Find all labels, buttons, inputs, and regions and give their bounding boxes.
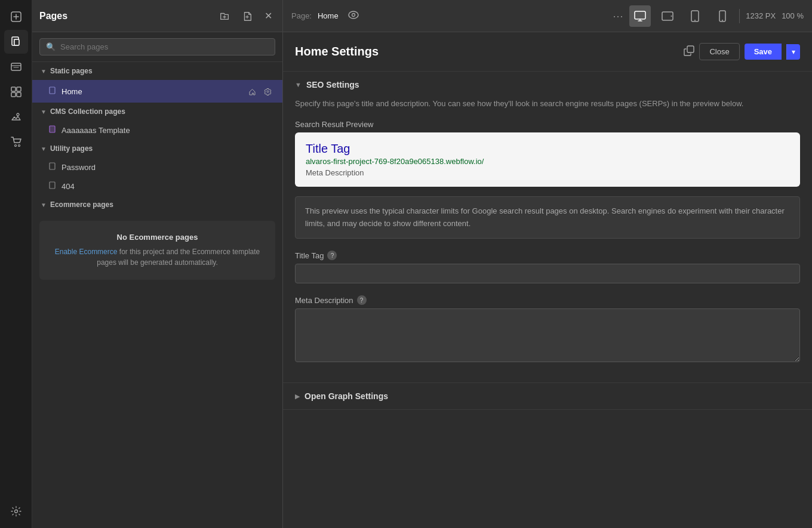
device-tablet-portrait-button[interactable]	[684, 5, 706, 27]
search-input[interactable]	[60, 42, 269, 51]
page-file-icon-4	[49, 181, 57, 191]
preview-url: alvaros-first-project-769-8f20a9e065138.…	[306, 157, 789, 166]
settings-header-icons: Close Save ▾	[684, 43, 800, 60]
no-ecommerce-desc-text: for this project and the Ecommerce templ…	[97, 248, 260, 267]
svg-point-11	[14, 510, 17, 513]
svg-rect-16	[50, 182, 55, 189]
svg-rect-12	[50, 87, 55, 94]
section-utility-label: Utility pages	[50, 144, 93, 153]
sidebar-item-assets[interactable]	[4, 105, 28, 129]
sidebar-item-add[interactable]	[4, 5, 28, 29]
section-static-label: Static pages	[50, 67, 93, 75]
svg-point-9	[14, 145, 16, 147]
search-result-preview-label: Search Result Preview	[295, 120, 800, 129]
page-item-404[interactable]: 404	[32, 177, 282, 196]
settings-title: Home Settings	[295, 45, 676, 58]
search-icon: 🔍	[46, 42, 56, 51]
save-arrow-button[interactable]: ▾	[786, 44, 800, 60]
page-file-icon-3	[49, 162, 57, 172]
section-ecommerce-pages[interactable]: ▼ Ecommerce pages	[32, 196, 282, 214]
close-settings-button[interactable]: Close	[699, 43, 739, 60]
page-name-password: Password	[61, 163, 274, 172]
close-icon: ✕	[264, 10, 272, 21]
more-options-icon[interactable]: ⋯	[613, 10, 623, 23]
icon-bar	[0, 0, 32, 528]
sidebar-item-cms[interactable]	[4, 55, 28, 79]
top-bar-separator	[739, 9, 740, 23]
page-file-icon	[49, 87, 57, 96]
main-content: Page: Home ⋯ 1232 PX 100 % Home Settings	[283, 0, 812, 528]
svg-rect-5	[17, 87, 21, 91]
no-ecommerce-desc: Enable Ecommerce for this project and th…	[49, 246, 266, 268]
page-item-home[interactable]: Home	[32, 80, 282, 103]
page-home-actions	[245, 85, 274, 98]
svg-point-10	[18, 145, 20, 147]
section-static-pages[interactable]: ▼ Static pages	[32, 62, 282, 80]
close-pages-button[interactable]: ✕	[261, 9, 275, 23]
enable-ecommerce-link[interactable]: Enable Ecommerce	[55, 248, 118, 256]
chevron-down-icon-3: ▼	[41, 146, 47, 152]
svg-rect-3	[11, 63, 21, 70]
page-name-404: 404	[61, 182, 274, 191]
pages-panel: Pages ✕ 🔍 ▼ Static pages Home	[32, 0, 283, 528]
meta-desc-help-icon[interactable]: ?	[357, 295, 367, 305]
svg-rect-7	[17, 92, 21, 97]
zoom-pct: 100 %	[782, 11, 804, 20]
sidebar-item-pages[interactable]	[4, 30, 28, 54]
section-utility-pages[interactable]: ▼ Utility pages	[32, 140, 282, 158]
svg-point-25	[722, 20, 723, 21]
meta-desc-textarea[interactable]	[295, 308, 800, 362]
seo-settings-section: ▼ SEO Settings Specify this page's title…	[283, 72, 812, 383]
page-item-template[interactable]: Aaaaaaas Template	[32, 121, 282, 140]
svg-point-17	[349, 11, 358, 18]
copy-link-icon[interactable]	[684, 45, 694, 58]
device-tablet-landscape-button[interactable]	[657, 5, 678, 27]
chevron-down-icon: ▼	[41, 68, 47, 75]
open-graph-title: Open Graph Settings	[304, 391, 388, 401]
seo-section-header[interactable]: ▼ SEO Settings	[283, 72, 812, 98]
search-box: 🔍	[32, 32, 282, 62]
svg-rect-6	[11, 92, 16, 97]
no-ecommerce-title: No Ecommerce pages	[49, 233, 266, 242]
sidebar-item-components[interactable]	[4, 80, 28, 104]
seo-info-box: This preview uses the typical character …	[295, 196, 800, 239]
seo-chevron-down-icon: ▼	[295, 81, 302, 88]
top-bar: Page: Home ⋯ 1232 PX 100 %	[283, 0, 812, 32]
add-folder-button[interactable]	[216, 7, 233, 25]
no-ecommerce-box: No Ecommerce pages Enable Ecommerce for …	[39, 221, 275, 280]
meta-desc-label: Meta Description ?	[295, 295, 800, 305]
preview-desc: Meta Description	[306, 168, 789, 177]
svg-point-8	[17, 113, 19, 116]
title-tag-input[interactable]	[295, 264, 800, 283]
device-mobile-button[interactable]	[712, 5, 733, 27]
svg-point-18	[352, 13, 355, 16]
page-item-password[interactable]: Password	[32, 158, 282, 177]
add-page-button[interactable]	[238, 7, 256, 25]
current-page-name: Home	[318, 11, 339, 20]
save-button[interactable]: Save	[745, 44, 782, 60]
open-graph-section: ▶ Open Graph Settings	[283, 383, 812, 410]
open-graph-header[interactable]: ▶ Open Graph Settings	[283, 383, 812, 409]
svg-rect-14	[50, 126, 55, 132]
open-graph-chevron-right-icon: ▶	[295, 393, 300, 400]
seo-section-title: SEO Settings	[306, 80, 359, 89]
zoom-px: 1232 PX	[746, 11, 776, 20]
svg-rect-19	[635, 11, 645, 19]
title-tag-help-icon[interactable]: ?	[327, 251, 337, 260]
svg-rect-4	[11, 87, 16, 91]
sidebar-item-ecommerce[interactable]	[4, 130, 28, 154]
page-label: Page:	[291, 11, 312, 20]
sidebar-item-settings[interactable]	[4, 499, 28, 523]
svg-rect-26	[687, 46, 694, 53]
preview-title: Title Tag	[306, 142, 789, 156]
page-home-button[interactable]	[245, 85, 259, 98]
page-settings-button[interactable]	[261, 85, 274, 98]
eye-icon[interactable]	[348, 11, 359, 21]
section-cms-pages[interactable]: ▼ CMS Collection pages	[32, 103, 282, 121]
pages-content: ▼ Static pages Home ▼ CMS Collection pag…	[32, 62, 282, 528]
seo-section-body: Specify this page's title and descriptio…	[283, 98, 812, 382]
settings-area: Home Settings Close Save ▾ ▼ SEO Setting…	[283, 32, 812, 528]
title-tag-label: Title Tag ?	[295, 251, 800, 260]
svg-rect-2	[14, 39, 19, 45]
device-desktop-button[interactable]	[629, 5, 651, 27]
